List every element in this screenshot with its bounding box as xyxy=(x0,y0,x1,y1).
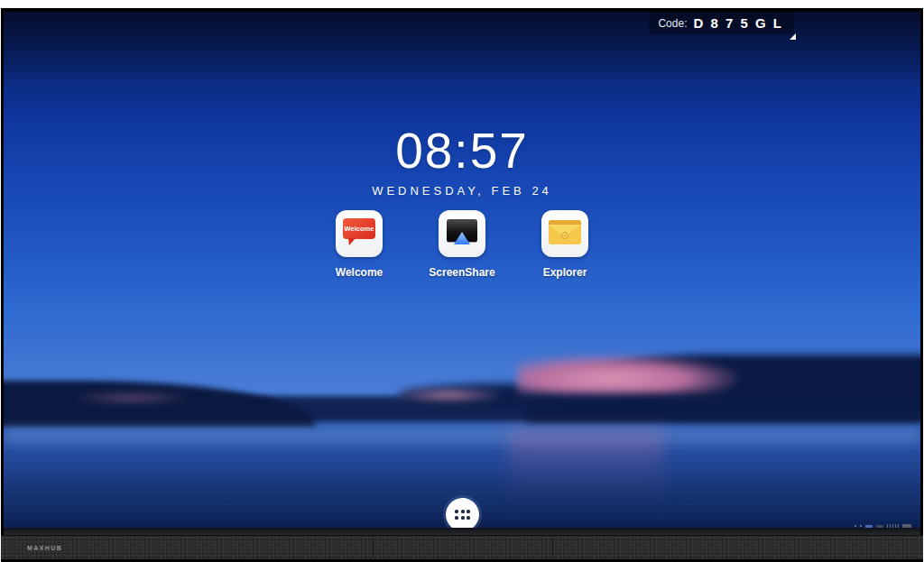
code-expand-arrow-icon xyxy=(790,33,796,40)
wallpaper-cloud-mid xyxy=(398,383,636,407)
clock-date: WEDNESDAY, FEB 24 xyxy=(4,184,920,198)
status-dot-icon xyxy=(855,525,856,527)
display-frame: Code: D 8 7 5 G L 08:57 WEDNESDAY, FEB 2… xyxy=(1,8,923,562)
status-indicators xyxy=(855,524,911,528)
welcome-bubble-text: Welcome xyxy=(345,225,374,233)
status-usb-icon xyxy=(865,525,873,528)
wallpaper-horizon-band xyxy=(4,396,920,422)
wallpaper-pink-cloud-left xyxy=(77,392,187,402)
session-code-widget[interactable]: Code: D 8 7 5 G L xyxy=(649,12,794,34)
screenshare-cast-icon xyxy=(439,210,485,257)
welcome-bubble-tail xyxy=(348,238,356,245)
app-drawer-button[interactable] xyxy=(446,498,479,528)
status-ticks-icon xyxy=(887,524,899,528)
app-explorer[interactable]: Explorer xyxy=(527,210,603,279)
clock-widget: 08:57 WEDNESDAY, FEB 24 xyxy=(4,126,920,198)
app-welcome[interactable]: Welcome Welcome xyxy=(321,210,397,279)
wallpaper-water-glow xyxy=(4,427,920,445)
app-label: Explorer xyxy=(543,266,587,279)
app-screenshare[interactable]: ScreenShare xyxy=(424,210,500,279)
tray-divider xyxy=(552,538,553,557)
welcome-chat-bubble-icon: Welcome xyxy=(336,210,383,257)
app-label: Welcome xyxy=(336,266,383,279)
code-label: Code: xyxy=(658,17,687,30)
wallpaper-cloud-bank xyxy=(526,355,920,421)
wallpaper-pink-cloud xyxy=(517,355,737,393)
wallpaper-hill-silhouette xyxy=(4,381,315,427)
home-screen: Code: D 8 7 5 G L 08:57 WEDNESDAY, FEB 2… xyxy=(4,12,920,528)
status-port-icon xyxy=(876,525,883,528)
brand-logo: MAXHUB xyxy=(27,545,62,551)
app-label: ScreenShare xyxy=(429,266,494,279)
app-shortcuts-row: Welcome Welcome ScreenShare xyxy=(4,210,920,279)
tray-divider xyxy=(373,538,374,557)
welcome-bubble: Welcome xyxy=(343,218,375,239)
status-dot-icon xyxy=(860,525,862,527)
screen-bottom-bezel xyxy=(4,528,920,535)
speaker-tray: MAXHUB xyxy=(1,535,923,559)
app-drawer-dots-icon xyxy=(455,510,470,520)
status-label-mark xyxy=(902,524,911,528)
code-value: D 8 7 5 G L xyxy=(693,15,783,31)
folder-shape xyxy=(549,220,581,244)
folder-clasp xyxy=(561,232,568,239)
explorer-folder-icon xyxy=(541,210,588,257)
wallpaper-pink-reflection xyxy=(508,429,664,507)
clock-time: 08:57 xyxy=(4,126,920,176)
wallpaper-pink-cloud-small xyxy=(398,389,499,402)
